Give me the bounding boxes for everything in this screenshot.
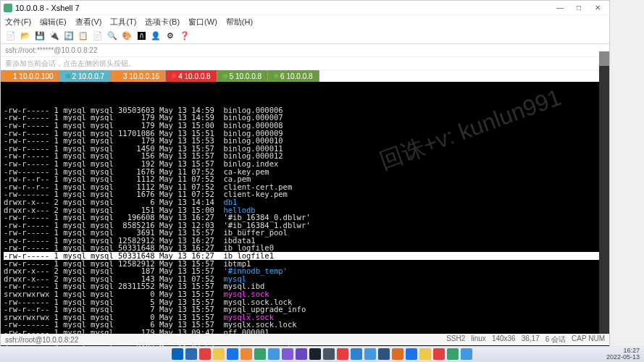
- file-row: -rw-r----- 1 mysql mysql 179 May 13 15:0…: [4, 122, 606, 130]
- taskbar-app-15[interactable]: [378, 348, 390, 360]
- session-tab-5[interactable]: 6 10.0.0.8: [268, 70, 319, 82]
- toolbar: 📄 📂 💾 🔌 🔄 📋 📄 🔍 🎨 🅰 👤 ⚙ ❓: [1, 28, 609, 44]
- menubar: 文件(F) 编辑(E) 查看(V) 工具(T) 选项卡(B) 窗口(W) 帮助(…: [1, 15, 609, 28]
- titlebar: 10.0.0.8 - Xshell 7 — □ ✕: [1, 1, 609, 15]
- menu-tools[interactable]: 工具(T): [110, 17, 136, 28]
- session-tab-2[interactable]: 3 10.0.0.16: [111, 70, 166, 82]
- terminal-scrollbar[interactable]: [599, 51, 609, 338]
- file-row: drwxr-x--- 2 mysql mysql 6 May 13 14:14 …: [4, 198, 606, 206]
- menu-edit[interactable]: 编辑(E): [40, 17, 67, 28]
- status-cursor: 36,17: [522, 334, 540, 345]
- taskbar-app-18[interactable]: [419, 348, 431, 360]
- settings-icon[interactable]: ⚙: [164, 30, 176, 42]
- status-caps: CAP NUM: [572, 334, 605, 345]
- save-icon[interactable]: 💾: [34, 30, 46, 42]
- taskbar-app-14[interactable]: [364, 348, 376, 360]
- status-proto: SSH2: [446, 334, 465, 345]
- color-icon[interactable]: 🎨: [121, 30, 133, 42]
- xshell-window: 10.0.0.8 - Xshell 7 — □ ✕ 文件(F) 编辑(E) 查看…: [0, 0, 610, 346]
- copy-icon[interactable]: 📋: [78, 30, 89, 42]
- user-icon[interactable]: 👤: [150, 30, 162, 42]
- terminal[interactable]: 回诛+v: kunlun991 -rw-r----- 1 mysql mysql…: [1, 82, 609, 362]
- system-clock[interactable]: 16:27 2022-05-13: [606, 348, 640, 361]
- font-icon[interactable]: 🅰: [135, 30, 147, 42]
- window-title: 10.0.0.8 - Xshell 7: [15, 4, 551, 12]
- taskbar-app-5[interactable]: [241, 348, 252, 360]
- taskbar-app-1[interactable]: [185, 348, 197, 360]
- menu-tabs[interactable]: 选项卡(B): [145, 17, 180, 28]
- taskbar-app-13[interactable]: [351, 348, 362, 360]
- taskbar-app-8[interactable]: [282, 348, 293, 360]
- clock-date: 2022-05-13: [606, 354, 640, 361]
- status-size: 140x36: [492, 334, 516, 345]
- session-tab-3[interactable]: 4 10.0.0.8: [166, 70, 217, 82]
- session-tab-4[interactable]: 5 10.0.0.8: [217, 70, 268, 82]
- taskbar-app-3[interactable]: [213, 348, 225, 360]
- taskbar-app-20[interactable]: [447, 348, 459, 360]
- menu-file[interactable]: 文件(F): [5, 17, 31, 28]
- taskbar-app-4[interactable]: [227, 348, 238, 360]
- session-tab-1[interactable]: 2 10.0.0.7: [60, 70, 111, 82]
- minimize-button[interactable]: —: [551, 2, 569, 14]
- find-icon[interactable]: 🔍: [106, 30, 118, 42]
- close-button[interactable]: ✕: [589, 2, 606, 14]
- reconnect-icon[interactable]: 🔄: [63, 30, 75, 42]
- session-tabs: 1 10.0.0.1002 10.0.0.73 10.0.0.164 10.0.…: [1, 70, 609, 82]
- file-row: -rw-r----- 1 mysql mysql 192 May 13 15:5…: [4, 160, 606, 168]
- session-tab-0[interactable]: 1 10.0.0.100: [1, 70, 60, 82]
- connect-icon[interactable]: 🔌: [49, 30, 60, 42]
- paste-icon[interactable]: 📄: [92, 30, 104, 42]
- maximize-button[interactable]: □: [570, 2, 587, 14]
- menu-window[interactable]: 窗口(W): [188, 17, 217, 28]
- address-text: ssh://root:******@10.0.0.8:22: [5, 46, 97, 54]
- hint-text: 要添加当前会话，点击左侧的箭头按钮。: [5, 59, 135, 69]
- taskbar-app-21[interactable]: [461, 348, 472, 360]
- taskbar-app-17[interactable]: [406, 348, 417, 360]
- help-icon[interactable]: ❓: [179, 30, 191, 42]
- taskbar-app-12[interactable]: [337, 348, 348, 360]
- taskbar-app-6[interactable]: [254, 348, 266, 360]
- scrollbar-thumb[interactable]: [599, 51, 609, 66]
- status-os: linux: [471, 334, 486, 345]
- address-bar[interactable]: ssh://root:******@10.0.0.8:22: [1, 44, 609, 57]
- taskbar-app-16[interactable]: [392, 348, 403, 360]
- taskbar-app-10[interactable]: [309, 348, 321, 360]
- statusbar: ssh://root@10.0.0.8:22 SSH2 linux 140x36…: [1, 334, 609, 345]
- new-session-icon[interactable]: 📄: [5, 30, 17, 42]
- taskbar-app-2[interactable]: [199, 348, 211, 360]
- status-left: ssh://root@10.0.0.8:22: [5, 336, 78, 344]
- menu-help[interactable]: 帮助(H): [226, 17, 253, 28]
- windows-taskbar[interactable]: 16:27 2022-05-13: [0, 346, 644, 362]
- taskbar-app-9[interactable]: [296, 348, 307, 360]
- open-icon[interactable]: 📂: [20, 30, 31, 42]
- taskbar-app-11[interactable]: [323, 348, 335, 360]
- hint-bar: 要添加当前会话，点击左侧的箭头按钮。: [1, 57, 609, 70]
- taskbar-app-0[interactable]: [172, 348, 183, 360]
- taskbar-app-7[interactable]: [268, 348, 280, 360]
- status-sessions: 6 会话: [545, 334, 566, 345]
- menu-view[interactable]: 查看(V): [75, 17, 102, 28]
- taskbar-app-19[interactable]: [433, 348, 445, 360]
- app-icon: [4, 4, 12, 12]
